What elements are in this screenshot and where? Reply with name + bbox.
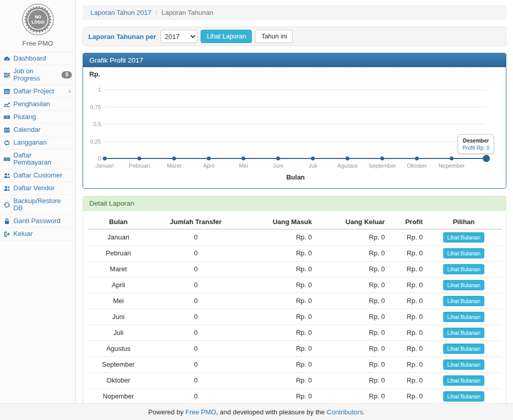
sidebar-item-daftar-customer[interactable]: Daftar Customer — [0, 169, 75, 182]
sidebar-item-calendar[interactable]: Calendar — [0, 124, 75, 136]
svg-text:Agustus: Agustus — [338, 163, 358, 169]
profit-cell: Rp. 0 — [388, 389, 426, 404]
users-icon — [4, 172, 11, 179]
sidebar-item-label: Daftar Project — [13, 88, 54, 95]
transfer-cell: 0 — [149, 293, 242, 309]
table-row: Juni0Rp. 0Rp. 0Rp. 0Lihat Bulanan — [87, 309, 502, 325]
table-row: Maret0Rp. 0Rp. 0Rp. 0Lihat Bulanan — [87, 262, 502, 277]
breadcrumb-link[interactable]: Laporan Tahun 2017 — [90, 9, 151, 16]
lihat-bulanan-button[interactable]: Lihat Bulanan — [443, 344, 484, 354]
lihat-bulanan-button[interactable]: Lihat Bulanan — [443, 280, 484, 290]
detail-table: BulanJumlah TransferUang MasukUang Kelua… — [87, 215, 502, 403]
table-row: September0Rp. 0Rp. 0Rp. 0Lihat Bulanan — [87, 357, 502, 373]
profit-cell: Rp. 0 — [388, 309, 426, 325]
bulan-cell: Maret — [87, 262, 149, 277]
lihat-bulanan-button[interactable]: Lihat Bulanan — [443, 264, 484, 274]
footer-contributors-link[interactable]: Contributors. — [327, 408, 365, 416]
profit-cell: Rp. 0 — [388, 277, 426, 293]
svg-text:April: April — [203, 163, 214, 169]
profit-chart-panel: Grafik Profit 2017 00.250.50.751Rp.Janua… — [83, 53, 506, 189]
tahun-ini-button[interactable]: Tahun ini — [255, 30, 293, 43]
keluar-cell: Rp. 0 — [315, 341, 388, 357]
lihat-bulanan-button[interactable]: Lihat Bulanan — [443, 312, 484, 322]
sidebar-item-dashboard[interactable]: Dashboard — [0, 52, 75, 65]
year-select[interactable]: 2017 — [161, 30, 198, 43]
keluar-cell: Rp. 0 — [315, 229, 388, 246]
tooltip-value: Profit Rp: 0 — [462, 144, 489, 151]
svg-text:0.25: 0.25 — [90, 138, 101, 145]
table-row: April0Rp. 0Rp. 0Rp. 0Lihat Bulanan — [87, 277, 502, 293]
sidebar-item-label: Job on Progress — [13, 68, 56, 82]
lihat-bulanan-button[interactable]: Lihat Bulanan — [443, 375, 484, 386]
bulan-cell: September — [87, 357, 149, 373]
sidebar-item-keluar[interactable]: Keluar — [0, 228, 75, 241]
keluar-cell: Rp. 0 — [315, 262, 388, 277]
keluar-cell: Rp. 0 — [315, 389, 388, 404]
line-chart-icon — [4, 101, 11, 108]
svg-text:Juni: Juni — [273, 163, 283, 169]
filter-label: Laporan Tahunan per — [88, 33, 156, 41]
sidebar-nav: DashboardJob on Progress0Daftar Project‹… — [0, 52, 75, 241]
sidebar-item-backup-restore-db[interactable]: Backup/Restore DB — [0, 195, 75, 215]
chart-body: 00.250.50.751Rp.JanuariPebruariMaretApri… — [83, 67, 506, 188]
svg-text:Januari: Januari — [95, 163, 114, 169]
masuk-cell: Rp. 0 — [242, 309, 315, 325]
sidebar-item-langganan[interactable]: Langganan — [0, 136, 75, 149]
transfer-cell: 0 — [149, 246, 242, 262]
sidebar-item-ganti-password[interactable]: Ganti Password — [0, 215, 75, 228]
users-icon — [4, 185, 11, 192]
tasks-icon — [4, 72, 11, 78]
keluar-cell: Rp. 0 — [315, 325, 388, 341]
profit-cell: Rp. 0 — [388, 262, 426, 277]
profit-cell: Rp. 0 — [388, 341, 426, 357]
sidebar-item-piutang[interactable]: Piutang — [0, 111, 75, 124]
masuk-cell: Rp. 0 — [242, 262, 315, 277]
masuk-cell: Rp. 0 — [242, 325, 315, 341]
sidebar-item-label: Daftar Pembayaran — [13, 152, 69, 166]
sidebar-item-label: Backup/Restore DB — [13, 197, 69, 212]
svg-text:0.75: 0.75 — [90, 104, 101, 110]
report-filter-well: Laporan Tahunan per 2017 Lihat Laporan T… — [83, 27, 506, 46]
lihat-bulanan-button[interactable]: Lihat Bulanan — [443, 248, 484, 258]
sidebar-item-label: Keluar — [13, 230, 33, 237]
transfer-cell: 0 — [149, 357, 242, 373]
lihat-bulanan-button[interactable]: Lihat Bulanan — [443, 232, 484, 243]
sidebar-item-daftar-pembayaran[interactable]: Daftar Pembayaran — [0, 149, 75, 169]
breadcrumb: Laporan Tahun 2017 / Laporan Tahunan — [83, 5, 506, 20]
bulan-cell: Oktober — [87, 373, 149, 389]
main-content: Laporan Tahun 2017 / Laporan Tahunan Lap… — [76, 0, 513, 403]
profit-cell: Rp. 0 — [388, 293, 426, 309]
bulan-cell: Nopember — [87, 389, 149, 404]
sidebar-item-label: Langganan — [13, 139, 47, 146]
money-icon — [4, 156, 11, 163]
sidebar-item-daftar-vendor[interactable]: Daftar Vendor — [0, 182, 75, 195]
masuk-cell: Rp. 0 — [242, 389, 315, 404]
sidebar-item-daftar-project[interactable]: Daftar Project‹ — [0, 85, 75, 98]
masuk-cell: Rp. 0 — [242, 373, 315, 389]
masuk-cell: Rp. 0 — [242, 277, 315, 293]
retweet-icon — [4, 139, 11, 146]
lihat-laporan-button[interactable]: Lihat Laporan — [201, 30, 252, 43]
table-row: Oktober0Rp. 0Rp. 0Rp. 0Lihat Bulanan — [87, 373, 502, 389]
sign-out-icon — [4, 231, 11, 237]
lihat-bulanan-button[interactable]: Lihat Bulanan — [443, 328, 484, 338]
breadcrumb-current: Laporan Tahunan — [162, 9, 213, 16]
logo-text-line1: NO — [34, 14, 41, 19]
lihat-bulanan-button[interactable]: Lihat Bulanan — [443, 296, 484, 306]
app-window: NO LOGO Free PMO DashboardJob on Progres… — [0, 0, 513, 403]
sidebar-item-label: Daftar Customer — [13, 172, 62, 179]
transfer-cell: 0 — [149, 389, 242, 404]
sidebar-item-label: Penghasilan — [13, 101, 50, 108]
lihat-bulanan-button[interactable]: Lihat Bulanan — [443, 359, 484, 370]
table-row: Agustus0Rp. 0Rp. 0Rp. 0Lihat Bulanan — [87, 341, 502, 357]
sidebar-item-label: Piutang — [13, 113, 36, 121]
table-row: Juli0Rp. 0Rp. 0Rp. 0Lihat Bulanan — [87, 325, 502, 341]
job-count-badge: 0 — [62, 71, 72, 78]
sidebar-item-job-on-progress[interactable]: Job on Progress0 — [0, 65, 75, 85]
lihat-bulanan-button[interactable]: Lihat Bulanan — [443, 391, 484, 402]
footer-freepmo-link[interactable]: Free PMO — [185, 408, 216, 416]
svg-text:Oktober: Oktober — [407, 163, 427, 169]
sidebar-item-penghasilan[interactable]: Penghasilan — [0, 98, 75, 111]
svg-text:0: 0 — [98, 155, 101, 162]
bulan-cell: Juli — [87, 325, 149, 341]
